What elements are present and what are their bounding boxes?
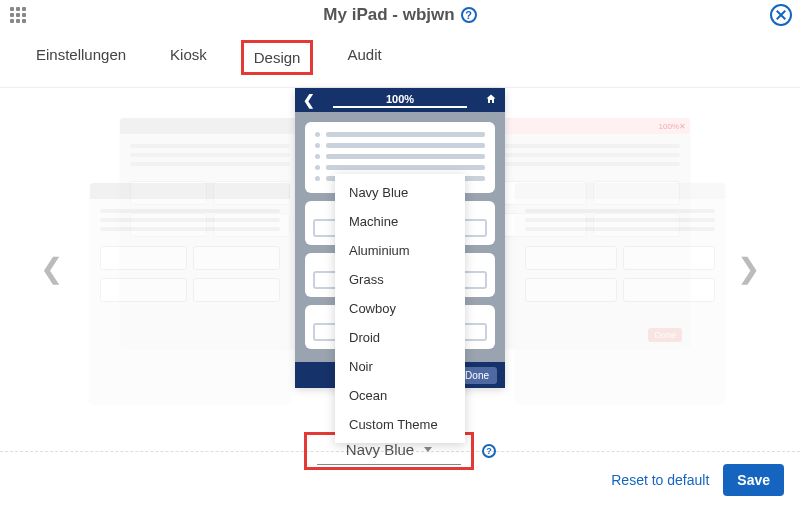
help-icon[interactable]: ?	[482, 444, 496, 458]
tab-audit[interactable]: Audit	[337, 40, 391, 75]
tab-kiosk[interactable]: Kiosk	[160, 40, 217, 75]
theme-option[interactable]: Custom Theme	[335, 410, 465, 439]
chevron-right-icon[interactable]: ❯	[727, 242, 770, 295]
close-icon[interactable]	[770, 4, 792, 26]
chevron-left-icon: ❮	[303, 92, 315, 108]
theme-option[interactable]: Cowboy	[335, 294, 465, 323]
page-title: My iPad - wbjwn ?	[323, 5, 476, 25]
theme-option[interactable]: Ocean	[335, 381, 465, 410]
save-button[interactable]: Save	[723, 464, 784, 496]
theme-thumb	[515, 183, 725, 403]
theme-dropdown-panel: Navy Blue Machine Aluminium Grass Cowboy…	[335, 174, 465, 443]
tab-design[interactable]: Design	[241, 40, 314, 75]
reset-to-default-link[interactable]: Reset to default	[611, 472, 709, 488]
chevron-down-icon	[424, 447, 432, 452]
theme-option[interactable]: Aluminium	[335, 236, 465, 265]
dialog-header: My iPad - wbjwn ?	[0, 0, 800, 30]
theme-option[interactable]: Grass	[335, 265, 465, 294]
theme-option[interactable]: Noir	[335, 352, 465, 381]
close-mini-icon: ✕	[679, 122, 686, 131]
theme-option[interactable]: Droid	[335, 323, 465, 352]
chevron-left-icon[interactable]: ❮	[30, 242, 73, 295]
tab-einstellungen[interactable]: Einstellungen	[26, 40, 136, 75]
theme-carousel: ❮ ❯ 100%✕ Done ❮ 100%	[0, 88, 800, 448]
theme-option[interactable]: Machine	[335, 207, 465, 236]
theme-selected-value: Navy Blue	[346, 441, 414, 458]
app-drawer-icon[interactable]	[10, 7, 26, 23]
tabs-bar: Einstellungen Kiosk Design Audit	[0, 30, 800, 88]
preview-progress: 100%	[333, 93, 467, 108]
home-icon	[485, 93, 497, 107]
help-icon[interactable]: ?	[461, 7, 477, 23]
thumb-progress: 100%	[659, 122, 679, 131]
page-title-text: My iPad - wbjwn	[323, 5, 454, 25]
theme-option[interactable]: Navy Blue	[335, 178, 465, 207]
theme-thumb	[90, 183, 290, 403]
